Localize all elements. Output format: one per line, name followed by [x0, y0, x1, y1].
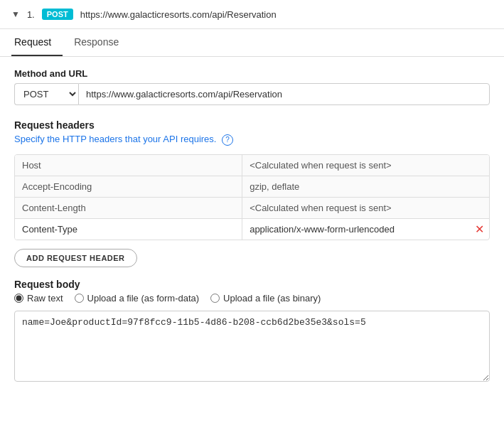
radio-binary-label: Upload a file (as binary)	[223, 293, 321, 304]
method-select[interactable]: POST GET PUT DELETE PATCH	[14, 83, 78, 105]
header-row	[15, 198, 489, 219]
request-body-title: Request body	[14, 279, 490, 290]
radio-binary[interactable]: Upload a file (as binary)	[210, 293, 321, 304]
header-value-input[interactable]	[242, 198, 489, 218]
tab-response[interactable]: Response	[71, 29, 130, 56]
header-row	[15, 155, 489, 176]
chevron-down-icon[interactable]: ▼	[11, 9, 20, 19]
header-row	[15, 176, 489, 198]
help-icon[interactable]: ?	[222, 134, 233, 146]
delete-header-icon[interactable]: ✕	[469, 219, 489, 240]
tab-request[interactable]: Request	[11, 29, 63, 56]
headers-grid: ✕	[14, 154, 490, 240]
radio-group: Raw text Upload a file (as form-data) Up…	[14, 293, 490, 304]
header-value-input[interactable]	[242, 155, 489, 176]
radio-form-data-label: Upload a file (as form-data)	[87, 293, 200, 304]
step-number: 1.	[27, 9, 35, 20]
headers-subtitle-text: Specify the HTTP headers that your API r…	[14, 134, 216, 144]
radio-form-data[interactable]: Upload a file (as form-data)	[75, 293, 200, 304]
tabs-bar: Request Response	[0, 29, 504, 57]
radio-raw-text-label: Raw text	[27, 293, 63, 304]
method-url-label: Method and URL	[14, 68, 490, 79]
radio-raw-text-input[interactable]	[14, 294, 23, 303]
header-key-input[interactable]	[15, 219, 242, 240]
header-key-input[interactable]	[15, 198, 242, 218]
top-bar: ▼ 1. POST https://www.galacticresorts.co…	[0, 0, 504, 29]
radio-binary-input[interactable]	[210, 294, 220, 303]
radio-raw-text[interactable]: Raw text	[14, 293, 63, 304]
header-key-input[interactable]	[15, 176, 242, 197]
header-row: ✕	[15, 219, 489, 240]
header-value-input[interactable]	[242, 219, 469, 240]
headers-section-title: Request headers	[14, 119, 490, 131]
method-url-section: Method and URL POST GET PUT DELETE PATCH	[14, 68, 490, 105]
headers-section: Request headers Specify the HTTP headers…	[14, 119, 490, 267]
body-textarea[interactable]: name=Joe&productId=97f8fcc9-11b5-4d86-b2…	[14, 311, 490, 382]
top-url: https://www.galacticresorts.com/api/Rese…	[80, 9, 277, 20]
method-badge: POST	[42, 9, 73, 20]
method-url-row: POST GET PUT DELETE PATCH	[14, 83, 490, 105]
request-body-section: Request body Raw text Upload a file (as …	[14, 279, 490, 384]
url-input[interactable]	[78, 83, 490, 105]
add-request-header-button[interactable]: ADD REQUEST HEADER	[14, 249, 137, 267]
header-key-input[interactable]	[15, 155, 242, 176]
headers-subtitle: Specify the HTTP headers that your API r…	[14, 134, 490, 146]
header-value-input[interactable]	[242, 176, 489, 197]
main-content: Method and URL POST GET PUT DELETE PATCH…	[0, 57, 504, 395]
radio-form-data-input[interactable]	[75, 294, 84, 303]
